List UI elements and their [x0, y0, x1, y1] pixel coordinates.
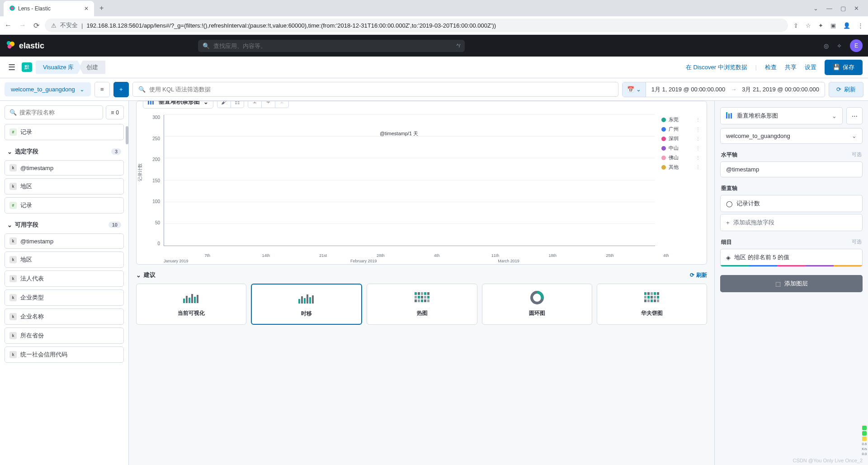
kebab-menu-icon[interactable]: ⋮	[858, 22, 863, 29]
suggestion-card[interactable]: 热图	[367, 284, 477, 325]
news-icon[interactable]: ◎	[824, 43, 829, 49]
workspace: 垂直堆积条形图 ⌄ 🖌 ⚏ ⫠ ⫟ ⫠ 记录计数 300250200150100…	[129, 101, 714, 465]
hamburger-icon[interactable]: ☰	[5, 61, 18, 74]
field-item[interactable]: k统一社会信用代码	[5, 346, 124, 363]
field-item[interactable]: k@timestamp	[5, 233, 124, 249]
available-fields-head[interactable]: ⌄ 可用字段 10	[5, 216, 124, 233]
field-item[interactable]: k所在省份	[5, 327, 124, 344]
suggestion-card[interactable]: 时移	[251, 284, 362, 325]
horizontal-axis-field[interactable]: @timestamp	[720, 161, 863, 177]
scrollbar-thumb[interactable]	[126, 126, 128, 144]
legend-options-icon[interactable]: ⋮	[696, 136, 700, 141]
add-vertical-field[interactable]: + 添加或拖放字段	[720, 214, 863, 231]
field-item[interactable]: k企业类型	[5, 289, 124, 306]
breadcrumb-library[interactable]: Visualize 库	[36, 61, 81, 74]
legend-options-icon[interactable]: ⋮	[696, 127, 700, 132]
field-search-input[interactable]: 🔍	[5, 105, 103, 119]
legend-options-icon[interactable]: ⋮	[696, 146, 700, 151]
chart-type-selector[interactable]: 垂直堆积条形图 ⌄	[143, 101, 213, 109]
elastic-logo[interactable]: elastic	[5, 40, 44, 52]
legend-options-icon[interactable]: ⋮	[696, 155, 700, 160]
global-search[interactable]: 🔍 ^/	[198, 40, 465, 52]
brush-icon[interactable]: 🖌	[217, 101, 231, 108]
legend-options-icon[interactable]: ⋮	[696, 165, 700, 170]
breakdown-field[interactable]: ◈ 地区 的排名前 5 的值	[720, 249, 863, 267]
config-panel: 垂直堆积条形图 ⌄ ⋯ welcome_to_guangdong ⌄ 水平轴可选…	[714, 101, 868, 465]
suggestions-refresh[interactable]: ⟳ 刷新	[690, 271, 707, 279]
share-icon[interactable]: ⇪	[793, 22, 798, 29]
date-to[interactable]: 3月 21, 2019 @ 00:00:00.000	[736, 85, 825, 94]
field-item[interactable]: k法人代表	[5, 270, 124, 287]
tag-icon: ◈	[726, 254, 731, 261]
suggestion-card[interactable]: 当前可视化	[136, 284, 246, 325]
extensions-icon[interactable]: ✦	[818, 22, 823, 29]
legend-item[interactable]: 深圳⋮	[661, 134, 700, 143]
close-window-icon[interactable]: ✕	[854, 5, 859, 12]
legend-item[interactable]: 中山⋮	[661, 143, 700, 153]
legend-item[interactable]: 东莞⋮	[661, 115, 700, 124]
maximize-icon[interactable]: ▢	[840, 5, 846, 12]
add-layer-button[interactable]: ⬚ 添加图层	[720, 275, 863, 292]
chart-type-dropdown[interactable]: 垂直堆积条形图 ⌄	[720, 107, 843, 124]
refresh-icon: ⟳	[690, 272, 694, 278]
save-button[interactable]: 💾 保存	[825, 60, 863, 75]
legend-item[interactable]: 广州⋮	[661, 124, 700, 134]
bookmark-icon[interactable]: ☆	[806, 22, 811, 29]
elastic-header: elastic 🔍 ^/ ◎ ✧ E	[0, 35, 868, 57]
axis-right-icon[interactable]: ⫠	[275, 101, 288, 108]
selected-fields-head[interactable]: ⌄ 选定字段 3	[5, 143, 124, 160]
suggestion-card[interactable]: 圆环图	[482, 284, 592, 325]
index-pattern-selector[interactable]: welcome_to_guangdong ⌄	[5, 82, 91, 96]
keyword-type-icon: k	[9, 183, 17, 190]
layer-index-dropdown[interactable]: welcome_to_guangdong ⌄	[720, 128, 863, 144]
chart-plot[interactable]: 记录计数 300250200150100500 7th14th21st28th4…	[143, 115, 655, 260]
legend-item[interactable]: 其他⋮	[661, 162, 700, 172]
axis-left-icon[interactable]: ⫠	[248, 101, 262, 108]
svg-rect-57	[728, 114, 730, 115]
legend-icon[interactable]: ⚏	[231, 101, 244, 108]
settings-link[interactable]: 设置	[805, 63, 816, 71]
field-item[interactable]: k企业名称	[5, 308, 124, 325]
browser-tab[interactable]: Lens - Elastic ✕	[4, 1, 94, 16]
back-icon[interactable]: ←	[5, 21, 12, 29]
field-item[interactable]: #记录	[5, 197, 124, 214]
help-icon[interactable]: ✧	[837, 43, 842, 49]
svg-rect-48	[657, 296, 659, 299]
field-item[interactable]: k@timestamp	[5, 160, 124, 176]
global-search-input[interactable]	[213, 43, 453, 49]
panel-icon[interactable]: ▣	[830, 22, 836, 29]
arrow-right-icon: →	[731, 86, 736, 93]
filter-funnel-button[interactable]: ≡	[94, 82, 110, 97]
profile-icon[interactable]: 👤	[843, 22, 850, 29]
layer-options-button[interactable]: ⋯	[846, 107, 863, 124]
axis-bottom-icon[interactable]: ⫟	[262, 101, 275, 108]
calendar-button[interactable]: 📅 ⌄	[623, 82, 646, 97]
new-tab-button[interactable]: +	[99, 4, 104, 12]
tab-close-icon[interactable]: ✕	[84, 5, 89, 12]
reload-icon[interactable]: ⟳	[33, 21, 39, 30]
kql-input-field[interactable]	[149, 86, 613, 93]
vertical-axis-field[interactable]: ◯ 记录计数	[720, 195, 863, 212]
minimize-icon[interactable]: —	[826, 5, 832, 12]
field-item[interactable]: k地区	[5, 178, 124, 195]
chevron-down-icon[interactable]: ⌄	[136, 272, 141, 279]
inspect-link[interactable]: 检查	[765, 63, 777, 71]
avatar[interactable]: E	[850, 39, 863, 52]
field-item[interactable]: k地区	[5, 251, 124, 268]
legend-item[interactable]: 佛山⋮	[661, 153, 700, 162]
kql-query-input[interactable]: 🔍	[132, 82, 618, 97]
date-picker[interactable]: 📅 ⌄ 1月 1, 2019 @ 00:00:00.000 → 3月 21, 2…	[622, 82, 825, 97]
date-from[interactable]: 1月 1, 2019 @ 00:00:00.000	[646, 85, 731, 94]
share-link[interactable]: 共享	[785, 63, 797, 71]
url-box[interactable]: ⚠ 不安全 | 192.168.18.128:5601/app/lens#/?_…	[45, 19, 788, 32]
legend-options-icon[interactable]: ⋮	[696, 117, 700, 122]
record-token[interactable]: # 记录	[5, 124, 124, 140]
refresh-button[interactable]: ⟳ 刷新	[829, 82, 863, 97]
add-filter-button[interactable]: +	[113, 82, 129, 97]
field-filter-button[interactable]: ≡ 0	[106, 105, 124, 119]
suggestion-card[interactable]: 华夫饼图	[597, 284, 707, 325]
open-in-discover-link[interactable]: 在 Discover 中浏览数据	[686, 63, 747, 71]
chevron-down-icon[interactable]: ⌄	[813, 5, 818, 12]
svg-rect-35	[421, 299, 423, 302]
svg-rect-37	[427, 299, 429, 302]
